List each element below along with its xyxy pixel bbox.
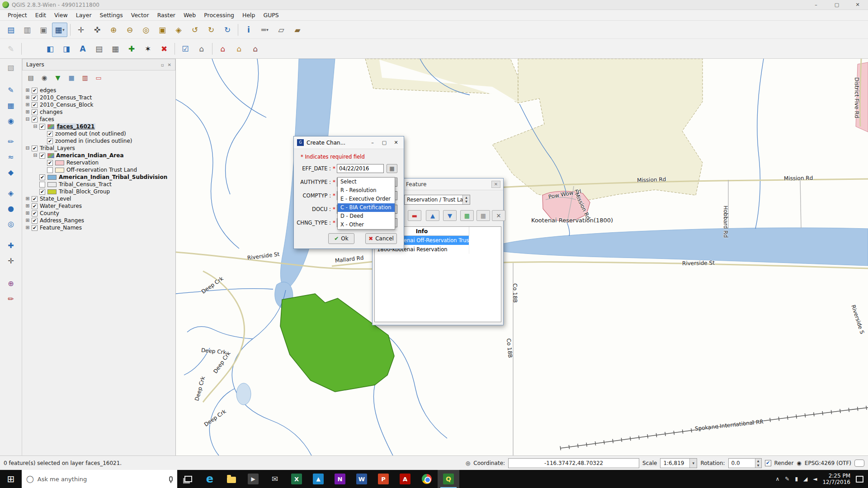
snapping-icon[interactable]: ⊕ (3, 277, 19, 290)
layer-item-american-indian-tribal-subdivision[interactable]: ✔American_Indian_Tribal_Subdivision (22, 174, 176, 181)
digitize-line-icon[interactable]: ✎ (3, 83, 19, 97)
gups-update-icon[interactable]: ⌂ (231, 42, 247, 56)
messages-icon[interactable] (854, 460, 864, 467)
panel-float-icon[interactable]: ▫ (161, 62, 164, 67)
ok-button[interactable]: ✔ Ok (328, 233, 354, 244)
layer-item-state-level[interactable]: ⊞✔State_Level (22, 195, 176, 202)
simplify-feature-icon[interactable]: ⌂ (194, 42, 209, 56)
start-button[interactable]: ⊞ (0, 470, 22, 488)
measure-angle-icon[interactable]: ✏ (3, 292, 19, 305)
calendar-button[interactable]: ▦ (387, 164, 397, 173)
excel-icon[interactable]: X (286, 470, 307, 488)
expander-icon[interactable]: ⊟ (33, 124, 38, 129)
expander-icon[interactable]: ⊞ (25, 211, 30, 216)
mail-icon[interactable]: ✉ (264, 470, 286, 488)
cancel-button[interactable]: ✖ Cancel (365, 233, 397, 244)
expander-icon[interactable]: ⊟ (25, 117, 30, 122)
acrobat-icon[interactable]: A (394, 470, 416, 488)
remove-layer-icon[interactable]: ▭ (93, 72, 104, 83)
close-button[interactable]: ✕ (847, 0, 868, 10)
zoom-last-icon[interactable]: ↺ (187, 23, 203, 37)
word-icon[interactable]: W (351, 470, 373, 488)
movies-icon[interactable]: ▶ (242, 470, 264, 488)
menu-vector[interactable]: Vector (127, 10, 153, 21)
digitize-polygon-icon[interactable]: ▦ (3, 99, 19, 112)
coordinate-input[interactable]: -116.37472,48.70322 (508, 458, 639, 468)
rotation-spinbox[interactable]: 0.0 ▲ ▼ (728, 458, 762, 468)
expander-icon[interactable]: ⊞ (25, 218, 30, 223)
gups-review-icon[interactable]: ⌂ (215, 42, 231, 56)
layer-item-tribal-layers[interactable]: ⊟✔Tribal_Layers (22, 145, 176, 152)
menu-edit[interactable]: Edit (31, 10, 50, 21)
add-group-icon[interactable]: ▤ (25, 72, 37, 83)
network-icon[interactable]: ◢ (803, 476, 807, 482)
layer-checkbox[interactable]: ✔ (32, 218, 38, 224)
save-project-icon[interactable]: ▤ (3, 23, 19, 37)
layer-checkbox[interactable] (47, 167, 53, 173)
red-rectangle-tool-icon[interactable]: ▬ (408, 210, 421, 221)
layer-checkbox[interactable]: ✔ (39, 189, 45, 195)
dropdown-option-d-deed[interactable]: D - Deed (338, 212, 395, 221)
zoom-native-icon[interactable]: ◎ (138, 23, 154, 37)
layer-checkbox[interactable]: ✔ (32, 102, 38, 108)
label-icon[interactable]: A (75, 42, 90, 56)
layer-checkbox[interactable]: ✔ (47, 131, 53, 137)
photos-icon[interactable]: ▲ (307, 470, 329, 488)
refresh-icon[interactable]: ↻ (220, 23, 235, 37)
add-ring-icon[interactable]: ● (3, 202, 19, 215)
attributes-icon[interactable]: ▦ (476, 210, 490, 221)
dropdown-option-r-resolution[interactable]: R - Resolution (338, 186, 395, 195)
edit-vertex-icon[interactable]: ✏ (3, 135, 19, 148)
filter-legend-icon[interactable]: ▼ (52, 72, 64, 83)
layer-item-faces[interactable]: ⊟✔faces (22, 116, 176, 123)
layer-item-zoomed-out-not-outlined[interactable]: ✔zoomed out (not outlined) (22, 130, 176, 137)
move-down-icon[interactable]: ▼ (443, 210, 457, 221)
layer-item-off-reservation-trust-land[interactable]: Off-reservation Trust Land (22, 166, 176, 174)
close-tool-icon[interactable]: ✕ (492, 210, 505, 221)
maximize-button[interactable]: ▢ (826, 0, 847, 10)
field-calculator-icon[interactable]: ▦ (108, 42, 123, 56)
paste-icon[interactable]: ▰ (290, 23, 305, 37)
layer-item-feature-names[interactable]: ⊞✔Feature_Names (22, 224, 176, 231)
edit-pencil-icon[interactable]: ✎ (3, 42, 19, 56)
move-feature-icon[interactable]: ◧ (42, 42, 58, 56)
create-dialog-titlebar[interactable]: G Create Chan... – ▢ ✕ (294, 136, 404, 149)
touch-zoom-icon[interactable]: ✛ (73, 23, 89, 37)
pan-map-icon[interactable]: ✜ (90, 23, 105, 37)
layer-item-edges[interactable]: ⊞✔edges (22, 87, 176, 94)
zoom-to-selection-icon[interactable]: ◈ (171, 23, 186, 37)
layer-item-changes[interactable]: ⊞✔changes (22, 108, 176, 116)
layer-checkbox[interactable]: ✔ (39, 174, 45, 180)
menu-processing[interactable]: Processing (200, 10, 238, 21)
layer-checkbox[interactable]: ✔ (32, 95, 38, 101)
taskbar-search[interactable]: ◯ Ask me anything (22, 470, 177, 488)
eff-date-input[interactable]: 04/22/2016 (337, 164, 384, 173)
layer-checkbox[interactable]: ✔ (32, 117, 38, 122)
dropdown-option-select[interactable]: Select (338, 178, 395, 186)
feature-combo-spinner[interactable]: ▲▼ (462, 195, 470, 204)
microphone-icon[interactable] (169, 476, 173, 482)
layer-item-2010-census-block[interactable]: ⊞✔2010_Census_Block (22, 101, 176, 108)
coordinate-icon[interactable]: ◎ (466, 460, 470, 466)
layer-checkbox[interactable]: ✔ (32, 203, 38, 209)
select-by-rectangle-icon[interactable]: ▦▾ (52, 23, 67, 37)
layer-item-address-ranges[interactable]: ⊞✔Address_Ranges (22, 217, 176, 224)
menu-gups[interactable]: GUPS (259, 10, 283, 21)
expander-icon[interactable]: ⊞ (25, 88, 30, 93)
epsg-label[interactable]: EPSG:4269 (OTF) (805, 460, 851, 466)
expander-icon[interactable]: ⊞ (25, 109, 30, 115)
expander-icon[interactable]: ⊞ (25, 196, 30, 202)
pen-icon[interactable]: ✎ (785, 476, 789, 482)
scale-combo[interactable]: 1:6,819 ▾ (660, 458, 697, 468)
menu-layer[interactable]: Layer (72, 10, 96, 21)
layer-checkbox[interactable]: ✔ (32, 109, 38, 115)
dropdown-option-c-bia-certification[interactable]: C - BIA Certification (338, 203, 395, 212)
layer-checkbox[interactable]: ✔ (39, 153, 45, 159)
expander-icon[interactable]: ⊟ (33, 153, 38, 158)
chrome-icon[interactable] (416, 470, 438, 488)
dropdown-option-e-executive-order[interactable]: E - Executive Order (338, 195, 395, 203)
onenote-icon[interactable]: N (329, 470, 351, 488)
layer-checkbox[interactable]: ✔ (32, 211, 38, 216)
zoom-out-icon[interactable]: ⊖ (122, 23, 137, 37)
layer-item-tribal-census-tract[interactable]: Tribal_Census_Tract (22, 181, 176, 188)
